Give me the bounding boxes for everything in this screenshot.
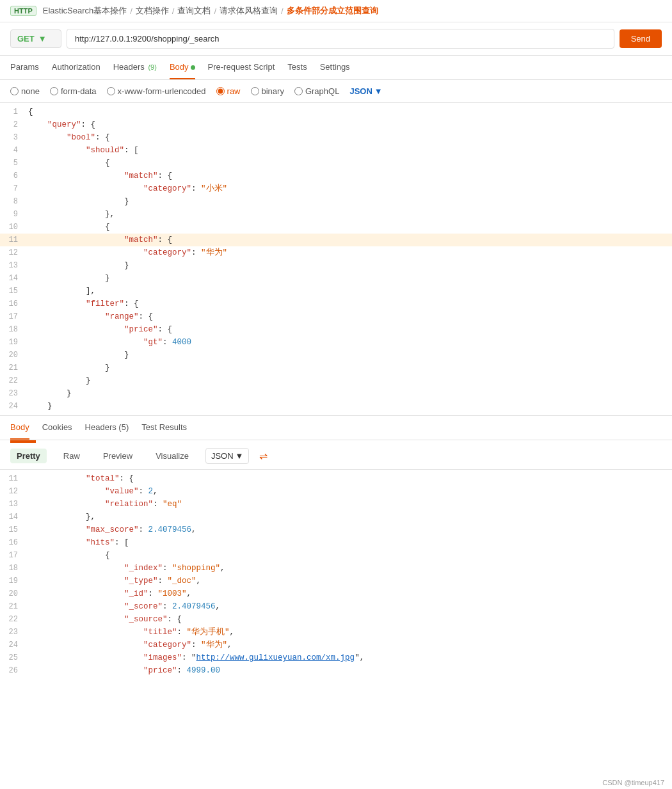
body-active-dot bbox=[191, 65, 195, 70]
line-content: "images": "http://www.gulixueyuan.com/xm… bbox=[26, 651, 672, 664]
line-content: { bbox=[26, 549, 672, 562]
tab-headers[interactable]: Headers (9) bbox=[113, 56, 157, 79]
line-content: } bbox=[26, 387, 672, 400]
sep-0: / bbox=[130, 6, 132, 16]
line-content: "filter": { bbox=[26, 298, 672, 310]
line-number: 20 bbox=[0, 587, 26, 600]
response-code-line-23: 23 "title": "华为手机", bbox=[0, 626, 672, 639]
option-none[interactable]: none bbox=[10, 86, 40, 96]
headers-badge: (9) bbox=[148, 63, 156, 71]
line-number: 11 bbox=[0, 234, 26, 246]
line-number: 4 bbox=[0, 144, 26, 157]
sep-1: / bbox=[172, 6, 175, 16]
response-json-label: JSON bbox=[211, 451, 234, 461]
breadcrumb-item-2[interactable]: 查询文档 bbox=[177, 5, 211, 17]
method-label: GET bbox=[17, 34, 35, 44]
request-tabs: Params Authorization Headers (9) Body Pr… bbox=[0, 56, 672, 80]
response-code-line-22: 22 "_source": { bbox=[0, 613, 672, 626]
line-number: 18 bbox=[0, 562, 26, 575]
request-code-line-1: 1{ bbox=[0, 106, 672, 118]
request-code-line-9: 9 }, bbox=[0, 208, 672, 221]
line-number: 16 bbox=[0, 298, 26, 310]
line-number: 14 bbox=[0, 511, 26, 523]
tab-authorization[interactable]: Authorization bbox=[52, 56, 100, 79]
response-json-chevron-icon: ▼ bbox=[236, 451, 244, 461]
breadcrumb-item-0[interactable]: ElasticSearch基本操作 bbox=[43, 5, 127, 17]
breadcrumb-item-4[interactable]: 多条件部分成立范围查询 bbox=[287, 5, 378, 17]
response-tab-body[interactable]: Body bbox=[10, 416, 29, 440]
option-urlencoded[interactable]: x-www-form-urlencoded bbox=[107, 86, 206, 96]
request-code-line-24: 24 } bbox=[0, 400, 672, 413]
tab-body[interactable]: Body bbox=[170, 56, 195, 79]
option-binary[interactable]: binary bbox=[251, 86, 284, 96]
format-raw[interactable]: Raw bbox=[57, 449, 86, 463]
line-content: "_type": "_doc", bbox=[26, 575, 672, 587]
request-code-line-18: 18 "price": { bbox=[0, 323, 672, 336]
response-tab-tests[interactable]: Test Results bbox=[141, 416, 187, 440]
response-tab-cookies[interactable]: Cookies bbox=[42, 416, 72, 440]
response-code-line-26: 26 "price": 4999.00 bbox=[0, 664, 672, 677]
line-number: 20 bbox=[0, 349, 26, 362]
url-input[interactable] bbox=[67, 29, 614, 49]
line-content: } bbox=[26, 362, 672, 374]
request-code-line-19: 19 "gt": 4000 bbox=[0, 336, 672, 349]
breadcrumb-item-3[interactable]: 请求体风格查询 bbox=[220, 5, 278, 17]
line-number: 24 bbox=[0, 400, 26, 413]
line-number: 15 bbox=[0, 523, 26, 536]
line-number: 8 bbox=[0, 195, 26, 208]
line-number: 21 bbox=[0, 600, 26, 613]
request-code-line-10: 10 { bbox=[0, 221, 672, 234]
format-pretty[interactable]: Pretty bbox=[10, 449, 47, 463]
line-number: 23 bbox=[0, 626, 26, 639]
response-code-line-15: 15 "max_score": 2.4079456, bbox=[0, 523, 672, 536]
tab-pre-request[interactable]: Pre-request Script bbox=[208, 56, 275, 79]
breadcrumb-item-1[interactable]: 文档操作 bbox=[136, 5, 169, 17]
line-number: 16 bbox=[0, 536, 26, 549]
line-content: } bbox=[26, 195, 672, 208]
line-number: 21 bbox=[0, 362, 26, 374]
line-content: } bbox=[26, 400, 672, 413]
response-code-line-20: 20 "_id": "1003", bbox=[0, 587, 672, 600]
line-content: "match": { bbox=[26, 234, 672, 246]
tab-tests[interactable]: Tests bbox=[287, 56, 307, 79]
request-code-line-22: 22 } bbox=[0, 374, 672, 387]
line-content: "category": "华为" bbox=[26, 246, 672, 259]
format-visualize[interactable]: Visualize bbox=[149, 449, 195, 463]
request-code-line-14: 14 } bbox=[0, 272, 672, 285]
line-content: "relation": "eq" bbox=[26, 498, 672, 511]
response-code-line-17: 17 { bbox=[0, 549, 672, 562]
response-tab-headers[interactable]: Headers (5) bbox=[85, 416, 129, 440]
line-content: "bool": { bbox=[26, 131, 672, 144]
option-form-data[interactable]: form-data bbox=[50, 86, 97, 96]
response-json-dropdown[interactable]: JSON ▼ bbox=[205, 448, 250, 464]
line-number: 13 bbox=[0, 498, 26, 511]
wrap-icon[interactable]: ⇌ bbox=[259, 450, 268, 462]
method-chevron-icon: ▼ bbox=[38, 34, 47, 44]
line-content: "range": { bbox=[26, 310, 672, 323]
tab-settings[interactable]: Settings bbox=[320, 56, 350, 79]
line-number: 15 bbox=[0, 285, 26, 298]
method-select[interactable]: GET ▼ bbox=[10, 29, 61, 48]
request-code-line-3: 3 "bool": { bbox=[0, 131, 672, 144]
line-number: 12 bbox=[0, 246, 26, 259]
request-code-line-8: 8 } bbox=[0, 195, 672, 208]
json-dropdown[interactable]: JSON ▼ bbox=[349, 86, 382, 96]
line-number: 22 bbox=[0, 613, 26, 626]
line-content: "gt": 4000 bbox=[26, 336, 672, 349]
line-number: 22 bbox=[0, 374, 26, 387]
send-button[interactable]: Send bbox=[620, 29, 662, 48]
body-options: none form-data x-www-form-urlencoded raw… bbox=[0, 80, 672, 103]
line-content: "price": 4999.00 bbox=[26, 664, 672, 677]
line-content: "category": "华为", bbox=[26, 639, 672, 651]
line-number: 13 bbox=[0, 259, 26, 272]
request-code-editor[interactable]: 1{2 "query": {3 "bool": {4 "should": [5 … bbox=[0, 103, 672, 416]
option-graphql[interactable]: GraphQL bbox=[294, 86, 339, 96]
request-code-line-2: 2 "query": { bbox=[0, 118, 672, 131]
format-preview[interactable]: Preview bbox=[97, 449, 139, 463]
line-number: 2 bbox=[0, 118, 26, 131]
tab-params[interactable]: Params bbox=[10, 56, 39, 79]
line-number: 25 bbox=[0, 651, 26, 664]
response-code-editor: 11 "total": {12 "value": 2,13 "relation"… bbox=[0, 470, 672, 680]
request-code-line-23: 23 } bbox=[0, 387, 672, 400]
option-raw[interactable]: raw bbox=[216, 86, 241, 96]
